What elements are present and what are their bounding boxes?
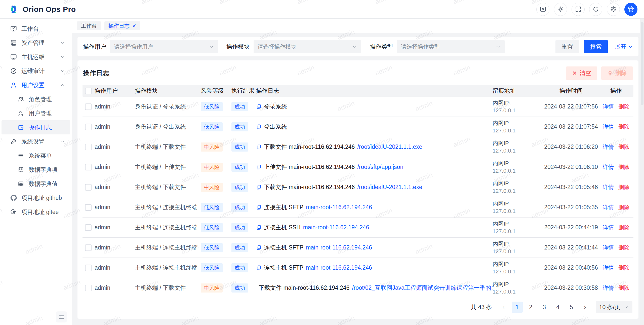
sidebar-item-dict-value[interactable]: 数据字典值 bbox=[2, 177, 70, 191]
refresh-button[interactable] bbox=[589, 3, 602, 16]
clear-button[interactable]: ✕ 清空 bbox=[566, 66, 597, 80]
log-link[interactable]: main-root-116.62.194.246 bbox=[306, 264, 372, 271]
page-size-select[interactable]: 10 条/页 bbox=[596, 301, 632, 313]
log-calendar-icon bbox=[17, 124, 25, 131]
row-checkbox[interactable] bbox=[85, 184, 92, 191]
sidebar-item-op-log[interactable]: 操作日志 bbox=[2, 120, 70, 134]
log-link[interactable]: /root/02_互联网Java工程师面试突击训练课程第一季的内容说明.zip bbox=[352, 284, 493, 292]
cell-time: 2024-03-22 00:30:58 bbox=[543, 284, 601, 291]
row-delete-link[interactable]: 删除 bbox=[618, 224, 629, 231]
close-icon[interactable]: ✕ bbox=[132, 23, 136, 28]
trace-type: 内网IP bbox=[493, 180, 541, 187]
row-checkbox[interactable] bbox=[85, 144, 92, 150]
copy-icon[interactable] bbox=[256, 185, 261, 190]
log-link[interactable]: main-root-116.62.194.246 bbox=[306, 244, 372, 251]
scrollbar-track[interactable] bbox=[640, 19, 644, 325]
detail-link[interactable]: 详情 bbox=[603, 285, 614, 291]
detail-link[interactable]: 详情 bbox=[603, 184, 614, 190]
cell-user: admin bbox=[95, 143, 135, 150]
copy-icon[interactable] bbox=[256, 245, 261, 250]
log-link[interactable]: /root/idealU-2021.1.1.exe bbox=[357, 143, 422, 150]
settings-gear-button[interactable] bbox=[607, 3, 620, 16]
row-checkbox[interactable] bbox=[85, 224, 92, 231]
detail-link[interactable]: 详情 bbox=[603, 103, 614, 110]
row-checkbox[interactable] bbox=[85, 204, 92, 211]
row-delete-link[interactable]: 删除 bbox=[618, 103, 629, 110]
log-link[interactable]: /root/sftp/app.json bbox=[357, 164, 403, 170]
copy-icon[interactable] bbox=[256, 164, 261, 170]
tab-workbench[interactable]: 工作台 bbox=[77, 21, 101, 30]
sidebar-item-sys-settings[interactable]: 系统设置 bbox=[2, 134, 70, 149]
detail-link[interactable]: 详情 bbox=[603, 164, 614, 170]
filter-select-2[interactable]: 请选择操作类型 bbox=[397, 40, 505, 53]
filter-select-1[interactable]: 请选择操作模块 bbox=[254, 40, 361, 53]
sidebar-item-ops-audit[interactable]: 运维审计 bbox=[2, 64, 70, 78]
sidebar-item-role-mgmt[interactable]: 角色管理 bbox=[2, 92, 70, 106]
select-all-checkbox[interactable] bbox=[85, 88, 92, 94]
copy-icon[interactable] bbox=[256, 104, 261, 109]
log-text: 下载文件 main-root-116.62.194.246 bbox=[259, 284, 349, 292]
sidebar-item-label: 资产管理 bbox=[21, 39, 56, 47]
detail-link[interactable]: 详情 bbox=[603, 224, 614, 231]
sidebar-item-label: 工作台 bbox=[21, 25, 65, 33]
copy-icon[interactable] bbox=[256, 265, 261, 270]
sidebar-item-user-mgmt[interactable]: 用户管理 bbox=[2, 106, 70, 120]
page-button-4[interactable]: 4 bbox=[552, 302, 564, 313]
user-avatar[interactable]: 管 bbox=[624, 3, 637, 16]
theme-brightness-button[interactable] bbox=[554, 3, 567, 16]
log-link[interactable]: main-root-116.62.194.246 bbox=[306, 204, 372, 211]
tab-operation-log[interactable]: 操作日志✕ bbox=[104, 21, 140, 30]
copy-icon[interactable] bbox=[256, 124, 261, 129]
page-button-1[interactable]: 1 bbox=[512, 302, 523, 313]
row-checkbox[interactable] bbox=[85, 103, 92, 110]
detail-link[interactable]: 详情 bbox=[603, 124, 614, 130]
page-button-2[interactable]: 2 bbox=[525, 302, 536, 313]
row-delete-link[interactable]: 删除 bbox=[618, 124, 629, 130]
filter-select-0[interactable]: 请选择操作用户 bbox=[110, 40, 218, 53]
search-button[interactable]: 搜索 bbox=[584, 40, 608, 53]
reset-button[interactable]: 重置 bbox=[555, 40, 579, 53]
detail-link[interactable]: 详情 bbox=[603, 144, 614, 150]
row-delete-link[interactable]: 删除 bbox=[618, 164, 629, 170]
row-checkbox[interactable] bbox=[85, 124, 92, 130]
expand-toggle[interactable]: 展开 bbox=[615, 43, 633, 51]
copy-icon[interactable] bbox=[256, 225, 261, 230]
page-button-3[interactable]: 3 bbox=[539, 302, 550, 313]
sidebar-item-dict-item[interactable]: 数据字典项 bbox=[2, 163, 70, 177]
scrollbar-thumb[interactable] bbox=[641, 22, 643, 105]
log-link[interactable]: /root/idealU-2021.1.1.exe bbox=[357, 184, 422, 191]
row-delete-link[interactable]: 删除 bbox=[618, 204, 629, 210]
row-checkbox[interactable] bbox=[85, 285, 92, 291]
next-page-button[interactable]: › bbox=[580, 302, 591, 313]
fullscreen-button[interactable] bbox=[572, 3, 585, 16]
sidebar-item-user-settings[interactable]: 用户设置 bbox=[2, 78, 70, 92]
row-checkbox[interactable] bbox=[85, 164, 92, 170]
detail-link[interactable]: 详情 bbox=[603, 265, 614, 271]
code-preview-button[interactable] bbox=[536, 3, 549, 16]
row-delete-link[interactable]: 删除 bbox=[618, 265, 629, 271]
cell-actions: 详情删除 bbox=[601, 204, 633, 211]
row-delete-link[interactable]: 删除 bbox=[618, 184, 629, 190]
row-delete-link[interactable]: 删除 bbox=[618, 285, 629, 291]
sidebar-item-assets[interactable]: 资产管理 bbox=[2, 36, 70, 50]
sidebar-item-github[interactable]: 项目地址 github bbox=[2, 191, 70, 205]
sidebar-item-sys-menu[interactable]: 系统菜单 bbox=[2, 149, 70, 163]
chevron-up-icon bbox=[60, 139, 65, 144]
row-checkbox[interactable] bbox=[85, 265, 92, 271]
row-delete-link[interactable]: 删除 bbox=[618, 244, 629, 251]
detail-link[interactable]: 详情 bbox=[603, 204, 614, 210]
copy-icon[interactable] bbox=[256, 205, 261, 210]
sidebar-item-workbench[interactable]: 工作台 bbox=[2, 22, 70, 36]
sidebar-item-host-ops[interactable]: 主机运维 bbox=[2, 50, 70, 64]
copy-icon[interactable] bbox=[256, 144, 261, 150]
row-delete-link[interactable]: 删除 bbox=[618, 144, 629, 150]
prev-page-button[interactable]: ‹ bbox=[498, 302, 509, 313]
detail-link[interactable]: 详情 bbox=[603, 244, 614, 251]
cell-user: admin bbox=[95, 123, 135, 130]
delete-button[interactable]: 删除 bbox=[601, 66, 633, 80]
log-link[interactable]: main-root-116.62.194.246 bbox=[303, 224, 369, 231]
row-checkbox[interactable] bbox=[85, 244, 92, 251]
page-button-5[interactable]: 5 bbox=[566, 302, 577, 313]
collapse-sidebar-button[interactable] bbox=[56, 311, 67, 322]
sidebar-item-gitee[interactable]: 项目地址 gitee bbox=[2, 205, 70, 219]
